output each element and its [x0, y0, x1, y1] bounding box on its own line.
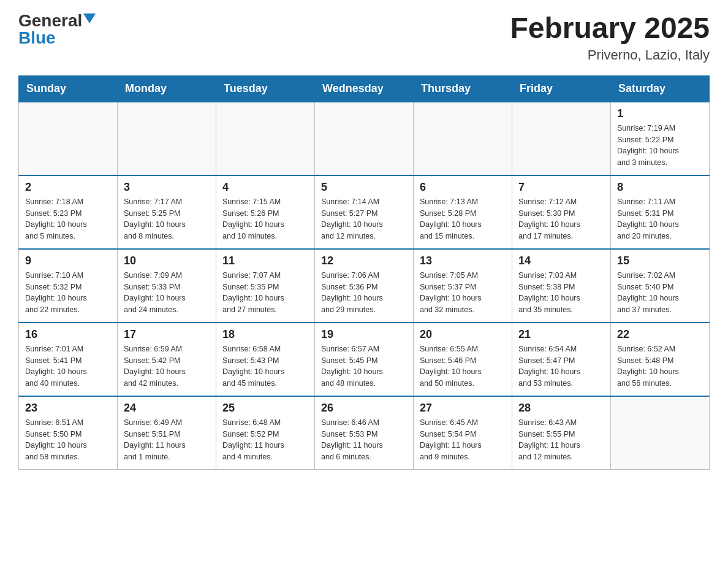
day-number: 8 [617, 181, 703, 194]
logo-blue-text: Blue [18, 29, 56, 47]
calendar-cell [414, 102, 512, 175]
day-number: 12 [321, 255, 407, 267]
logo: General Blue [18, 12, 96, 47]
day-number: 28 [518, 402, 604, 415]
day-number: 10 [124, 255, 210, 267]
calendar-cell [512, 102, 611, 175]
day-info: Sunrise: 6:45 AMSunset: 5:54 PMDaylight:… [420, 417, 506, 463]
day-info: Sunrise: 6:46 AMSunset: 5:53 PMDaylight:… [321, 417, 407, 463]
calendar-cell: 26Sunrise: 6:46 AMSunset: 5:53 PMDayligh… [315, 396, 414, 470]
day-info: Sunrise: 7:06 AMSunset: 5:36 PMDaylight:… [321, 270, 407, 316]
calendar-cell: 5Sunrise: 7:14 AMSunset: 5:27 PMDaylight… [315, 175, 414, 249]
day-info: Sunrise: 6:59 AMSunset: 5:42 PMDaylight:… [124, 343, 210, 389]
logo-triangle-icon [83, 13, 96, 23]
calendar-cell: 12Sunrise: 7:06 AMSunset: 5:36 PMDayligh… [315, 249, 414, 323]
day-info: Sunrise: 6:52 AMSunset: 5:48 PMDaylight:… [617, 343, 703, 389]
day-number: 7 [518, 181, 604, 194]
calendar-cell [216, 102, 315, 175]
calendar-header-monday: Monday [118, 75, 216, 102]
calendar-header-saturday: Saturday [611, 75, 710, 102]
day-info: Sunrise: 7:15 AMSunset: 5:26 PMDaylight:… [222, 196, 308, 242]
day-info: Sunrise: 6:49 AMSunset: 5:51 PMDaylight:… [124, 417, 210, 463]
calendar-cell: 28Sunrise: 6:43 AMSunset: 5:55 PMDayligh… [512, 396, 611, 470]
calendar-cell: 7Sunrise: 7:12 AMSunset: 5:30 PMDaylight… [512, 175, 611, 249]
calendar-cell: 20Sunrise: 6:55 AMSunset: 5:46 PMDayligh… [414, 323, 512, 396]
calendar-week-row: 2Sunrise: 7:18 AMSunset: 5:23 PMDaylight… [19, 175, 710, 249]
day-info: Sunrise: 7:12 AMSunset: 5:30 PMDaylight:… [518, 196, 604, 242]
calendar-cell: 24Sunrise: 6:49 AMSunset: 5:51 PMDayligh… [118, 396, 216, 470]
day-number: 4 [222, 181, 308, 194]
calendar-cell: 3Sunrise: 7:17 AMSunset: 5:25 PMDaylight… [118, 175, 216, 249]
month-title: February 2025 [510, 12, 710, 45]
calendar-cell: 22Sunrise: 6:52 AMSunset: 5:48 PMDayligh… [611, 323, 710, 396]
day-info: Sunrise: 7:01 AMSunset: 5:41 PMDaylight:… [25, 343, 111, 389]
day-number: 6 [420, 181, 506, 194]
calendar-cell: 27Sunrise: 6:45 AMSunset: 5:54 PMDayligh… [414, 396, 512, 470]
day-number: 13 [420, 255, 506, 267]
day-info: Sunrise: 7:11 AMSunset: 5:31 PMDaylight:… [617, 196, 703, 242]
day-number: 22 [617, 328, 703, 341]
calendar-week-row: 1Sunrise: 7:19 AMSunset: 5:22 PMDaylight… [19, 102, 710, 175]
calendar-cell: 17Sunrise: 6:59 AMSunset: 5:42 PMDayligh… [118, 323, 216, 396]
calendar-cell: 9Sunrise: 7:10 AMSunset: 5:32 PMDaylight… [19, 249, 118, 323]
day-number: 23 [25, 402, 111, 415]
calendar-cell [19, 102, 118, 175]
calendar-cell: 21Sunrise: 6:54 AMSunset: 5:47 PMDayligh… [512, 323, 611, 396]
calendar-cell: 23Sunrise: 6:51 AMSunset: 5:50 PMDayligh… [19, 396, 118, 470]
calendar-header-sunday: Sunday [19, 75, 118, 102]
day-info: Sunrise: 6:54 AMSunset: 5:47 PMDaylight:… [518, 343, 604, 389]
day-info: Sunrise: 7:18 AMSunset: 5:23 PMDaylight:… [25, 196, 111, 242]
day-number: 5 [321, 181, 407, 194]
day-number: 11 [222, 255, 308, 267]
day-info: Sunrise: 7:19 AMSunset: 5:22 PMDaylight:… [617, 123, 703, 169]
calendar-cell: 10Sunrise: 7:09 AMSunset: 5:33 PMDayligh… [118, 249, 216, 323]
calendar-cell: 13Sunrise: 7:05 AMSunset: 5:37 PMDayligh… [414, 249, 512, 323]
day-info: Sunrise: 6:48 AMSunset: 5:52 PMDaylight:… [222, 417, 308, 463]
day-number: 15 [617, 255, 703, 267]
day-info: Sunrise: 7:09 AMSunset: 5:33 PMDaylight:… [124, 270, 210, 316]
calendar-cell [315, 102, 414, 175]
day-number: 18 [222, 328, 308, 341]
day-number: 2 [25, 181, 111, 194]
day-number: 17 [124, 328, 210, 341]
logo-general-text: General [18, 12, 82, 29]
calendar-cell: 4Sunrise: 7:15 AMSunset: 5:26 PMDaylight… [216, 175, 315, 249]
day-number: 14 [518, 255, 604, 267]
day-number: 24 [124, 402, 210, 415]
calendar-cell [118, 102, 216, 175]
calendar-cell: 8Sunrise: 7:11 AMSunset: 5:31 PMDaylight… [611, 175, 710, 249]
day-info: Sunrise: 6:57 AMSunset: 5:45 PMDaylight:… [321, 343, 407, 389]
calendar-cell: 19Sunrise: 6:57 AMSunset: 5:45 PMDayligh… [315, 323, 414, 396]
day-info: Sunrise: 6:43 AMSunset: 5:55 PMDaylight:… [518, 417, 604, 463]
day-info: Sunrise: 7:03 AMSunset: 5:38 PMDaylight:… [518, 270, 604, 316]
calendar-table: SundayMondayTuesdayWednesdayThursdayFrid… [18, 75, 710, 470]
calendar-cell: 15Sunrise: 7:02 AMSunset: 5:40 PMDayligh… [611, 249, 710, 323]
day-info: Sunrise: 7:13 AMSunset: 5:28 PMDaylight:… [420, 196, 506, 242]
calendar-header-row: SundayMondayTuesdayWednesdayThursdayFrid… [19, 75, 710, 102]
calendar-week-row: 23Sunrise: 6:51 AMSunset: 5:50 PMDayligh… [19, 396, 710, 470]
day-info: Sunrise: 7:10 AMSunset: 5:32 PMDaylight:… [25, 270, 111, 316]
day-info: Sunrise: 6:51 AMSunset: 5:50 PMDaylight:… [25, 417, 111, 463]
day-info: Sunrise: 7:05 AMSunset: 5:37 PMDaylight:… [420, 270, 506, 316]
calendar-header-wednesday: Wednesday [315, 75, 414, 102]
calendar-header-friday: Friday [512, 75, 611, 102]
day-number: 27 [420, 402, 506, 415]
calendar-week-row: 9Sunrise: 7:10 AMSunset: 5:32 PMDaylight… [19, 249, 710, 323]
day-number: 3 [124, 181, 210, 194]
page-header: General Blue February 2025 Priverno, Laz… [18, 12, 710, 63]
day-number: 25 [222, 402, 308, 415]
day-info: Sunrise: 6:55 AMSunset: 5:46 PMDaylight:… [420, 343, 506, 389]
day-number: 1 [617, 107, 703, 120]
day-number: 20 [420, 328, 506, 341]
calendar-cell: 14Sunrise: 7:03 AMSunset: 5:38 PMDayligh… [512, 249, 611, 323]
calendar-cell: 16Sunrise: 7:01 AMSunset: 5:41 PMDayligh… [19, 323, 118, 396]
calendar-cell: 6Sunrise: 7:13 AMSunset: 5:28 PMDaylight… [414, 175, 512, 249]
calendar-cell [611, 396, 710, 470]
title-section: February 2025 Priverno, Lazio, Italy [510, 12, 710, 63]
calendar-header-tuesday: Tuesday [216, 75, 315, 102]
day-info: Sunrise: 7:17 AMSunset: 5:25 PMDaylight:… [124, 196, 210, 242]
calendar-cell: 25Sunrise: 6:48 AMSunset: 5:52 PMDayligh… [216, 396, 315, 470]
day-info: Sunrise: 7:02 AMSunset: 5:40 PMDaylight:… [617, 270, 703, 316]
calendar-cell: 18Sunrise: 6:58 AMSunset: 5:43 PMDayligh… [216, 323, 315, 396]
calendar-cell: 2Sunrise: 7:18 AMSunset: 5:23 PMDaylight… [19, 175, 118, 249]
